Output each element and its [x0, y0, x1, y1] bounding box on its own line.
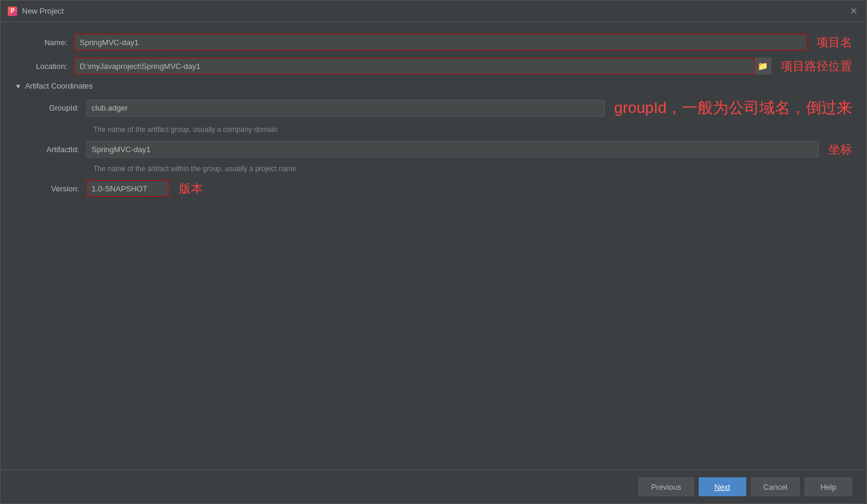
browse-button[interactable]: 📁 — [755, 58, 771, 74]
new-project-dialog: P New Project ✕ Name: 项目名 Location: 📁 项目… — [0, 0, 867, 504]
location-row: Location: 📁 项目路径位置 — [15, 58, 852, 74]
artifactid-row: ArtifactId: 坐标 — [27, 141, 852, 158]
groupid-hint: The name of the artifact group, usually … — [93, 125, 852, 134]
name-annotation: 项目名 — [816, 34, 852, 51]
cancel-button[interactable]: Cancel — [751, 477, 800, 496]
name-label: Name: — [15, 38, 74, 47]
artifact-section-title: Artifact Coordinates — [25, 81, 93, 90]
location-label: Location: — [15, 62, 74, 71]
help-button[interactable]: Help — [805, 477, 852, 496]
groupid-row: GroupId: groupId，一般为公司域名，倒过来 — [27, 97, 852, 118]
next-button[interactable]: Next — [699, 477, 746, 496]
groupid-annotation: groupId，一般为公司域名，倒过来 — [614, 97, 852, 118]
groupid-input[interactable] — [86, 100, 605, 116]
window-title: New Project — [22, 7, 64, 15]
previous-button[interactable]: Previous — [639, 477, 694, 496]
title-bar: P New Project ✕ — [1, 1, 866, 22]
artifact-section-content: GroupId: groupId，一般为公司域名，倒过来 The name of… — [15, 97, 852, 197]
name-row: Name: 项目名 — [15, 34, 852, 51]
section-toggle-icon[interactable]: ▼ — [15, 83, 21, 90]
artifact-section-header: ▼ Artifact Coordinates — [15, 81, 852, 90]
location-annotation: 项目路径位置 — [781, 58, 852, 74]
dialog-footer: Previous Next Cancel Help — [1, 470, 866, 503]
version-annotation: 版本 — [179, 181, 203, 197]
name-input[interactable] — [74, 34, 807, 51]
version-input[interactable] — [86, 180, 169, 197]
version-label: Version: — [27, 184, 86, 193]
close-button[interactable]: ✕ — [847, 5, 859, 17]
dialog-content: Name: 项目名 Location: 📁 项目路径位置 ▼ Artifact … — [1, 22, 866, 470]
artifactid-annotation: 坐标 — [828, 141, 852, 158]
next-button-label: Next — [714, 483, 730, 492]
title-bar-left: P New Project — [8, 7, 64, 16]
artifactid-input[interactable] — [86, 141, 819, 158]
version-row: Version: 版本 — [27, 180, 852, 197]
artifactid-hint: The name of the artifact within the grou… — [93, 165, 852, 173]
artifactid-label: ArtifactId: — [27, 145, 86, 154]
app-icon: P — [8, 7, 17, 16]
location-input-group: 📁 — [74, 58, 771, 74]
location-input[interactable] — [74, 58, 755, 74]
groupid-label: GroupId: — [27, 103, 86, 112]
